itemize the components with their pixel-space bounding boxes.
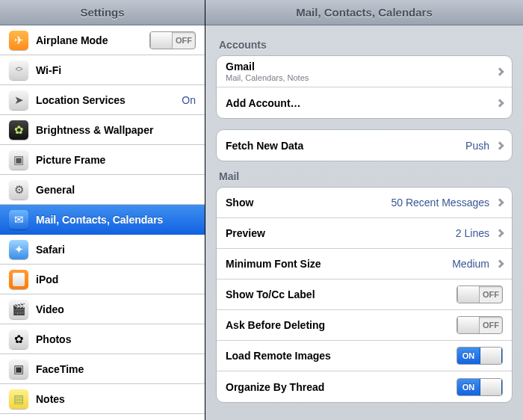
row-account-gmail[interactable]: GmailMail, Calendars, Notes (217, 56, 512, 87)
sidebar-item-label: Airplane Mode (36, 34, 149, 46)
location-icon: ➤ (9, 90, 28, 110)
row-value: 2 Lines (456, 227, 489, 239)
detail-pane: Mail, Contacts, Calendars AccountsGmailM… (205, 0, 523, 420)
sidebar-item-label: Mail, Contacts, Calendars (36, 214, 196, 226)
wifi-icon: ⌔ (9, 61, 28, 80)
section-group: Fetch New DataPush (216, 129, 513, 161)
row-title: Gmail (226, 61, 494, 72)
sidebar-item-label: Video (36, 303, 196, 315)
ipod-icon (9, 270, 28, 289)
detail-body: AccountsGmailMail, Calendars, NotesAdd A… (205, 25, 523, 420)
app-root: Settings ✈Airplane ModeOFF⌔Wi-Fi➤Locatio… (0, 0, 523, 420)
row-show[interactable]: Show50 Recent Messages (217, 188, 512, 218)
row-minimum-font-size[interactable]: Minimum Font SizeMedium (217, 249, 512, 280)
switch-knob (480, 348, 502, 364)
row-add-account[interactable]: Add Account… (217, 87, 512, 118)
row-value: Push (465, 140, 489, 152)
video-icon: 🎬 (9, 300, 28, 319)
detail-header: Mail, Contacts, Calendars (205, 0, 523, 25)
settings-sidebar: Settings ✈Airplane ModeOFF⌔Wi-Fi➤Locatio… (0, 0, 205, 420)
section-group: Show50 Recent MessagesPreview2 LinesMini… (216, 187, 513, 403)
chevron-right-icon (495, 99, 504, 107)
safari-icon: ✦ (9, 240, 28, 259)
switch-knob (480, 379, 502, 395)
picture-icon: ▣ (9, 150, 28, 170)
row-load-remote-images[interactable]: Load Remote ImagesON (217, 341, 512, 371)
sidebar-item-wifi[interactable]: ⌔Wi-Fi (0, 55, 205, 85)
mail-icon: ✉ (9, 210, 28, 229)
photos-icon: ✿ (9, 330, 28, 349)
sidebar-item-ipod[interactable]: iPod (0, 265, 205, 294)
sidebar-item-label: iPod (36, 274, 196, 285)
sidebar-item-photos[interactable]: ✿Photos (0, 324, 205, 354)
general-icon: ⚙ (9, 180, 28, 200)
row-show-to-cc-label[interactable]: Show To/Cc LabelOFF (217, 280, 512, 310)
section-label: Accounts (219, 39, 510, 51)
row-title: Ask Before Deleting (226, 319, 457, 331)
sidebar-title: Settings (80, 6, 124, 19)
sidebar-item-picture-frame[interactable]: ▣Picture Frame (0, 145, 205, 175)
chevron-right-icon (495, 198, 504, 206)
chevron-right-icon (495, 67, 504, 75)
section-group: GmailMail, Calendars, NotesAdd Account… (216, 55, 513, 119)
switch-text: OFF (480, 286, 502, 303)
chevron-right-icon (495, 229, 504, 237)
switch-text: ON (457, 348, 480, 364)
sidebar-item-label: Wi-Fi (36, 64, 196, 76)
sidebar-item-label: Notes (36, 393, 196, 405)
load-remote-images-switch[interactable]: ON (457, 347, 503, 365)
switch-knob (457, 317, 480, 333)
sidebar-item-label: Location Services (36, 94, 182, 106)
organize-by-thread-switch[interactable]: ON (457, 378, 503, 396)
chevron-right-icon (495, 259, 504, 268)
row-title: Add Account… (226, 97, 494, 109)
row-title: Load Remote Images (226, 350, 457, 362)
detail-title: Mail, Contacts, Calendars (296, 6, 433, 19)
sidebar-item-brightness-wallpaper[interactable]: ✿Brightness & Wallpaper (0, 115, 205, 145)
sidebar-item-general[interactable]: ⚙General (0, 175, 205, 205)
sidebar-list: ✈Airplane ModeOFF⌔Wi-Fi➤Location Service… (0, 25, 205, 420)
airplane-icon: ✈ (9, 31, 28, 50)
sidebar-item-label: FaceTime (36, 363, 196, 375)
sidebar-item-label: Photos (36, 333, 196, 345)
switch-text: OFF (173, 32, 195, 49)
sidebar-header: Settings (0, 0, 205, 25)
row-title: Show To/Cc Label (226, 288, 457, 300)
row-title: Fetch New Data (226, 140, 465, 152)
switch-knob (457, 286, 480, 303)
switch-text: ON (457, 379, 480, 395)
row-ask-before-deleting[interactable]: Ask Before DeletingOFF (217, 310, 512, 341)
sidebar-item-safari[interactable]: ✦Safari (0, 235, 205, 265)
sidebar-item-label: Picture Frame (36, 154, 196, 166)
row-fetch-new-data[interactable]: Fetch New DataPush (217, 130, 512, 161)
row-title: Organize By Thread (226, 381, 457, 393)
row-title: Preview (226, 227, 456, 239)
row-value: Medium (452, 258, 489, 270)
chevron-right-icon (495, 141, 504, 149)
row-title: Minimum Font Size (226, 258, 452, 270)
sidebar-item-label: Safari (36, 244, 196, 256)
airplane-mode-switch[interactable]: OFF (149, 31, 196, 49)
sidebar-item-mail-contacts-calendars[interactable]: ✉Mail, Contacts, Calendars (0, 205, 205, 235)
sidebar-item-label: Brightness & Wallpaper (36, 124, 196, 136)
section-label: Mail (219, 170, 510, 182)
row-value: 50 Recent Messages (391, 197, 489, 209)
row-preview[interactable]: Preview2 Lines (217, 218, 512, 249)
sidebar-item-video[interactable]: 🎬Video (0, 294, 205, 324)
switch-text: OFF (480, 317, 502, 333)
show-to-cc-label-switch[interactable]: OFF (457, 285, 503, 303)
row-subtitle: Mail, Calendars, Notes (226, 73, 494, 82)
switch-knob (150, 32, 173, 49)
sidebar-item-facetime[interactable]: ▣FaceTime (0, 354, 205, 384)
sidebar-item-value: On (182, 94, 196, 106)
notes-icon: ▤ (9, 389, 28, 409)
row-title: Show (226, 197, 391, 209)
sidebar-item-label: General (36, 184, 196, 196)
sidebar-item-notes[interactable]: ▤Notes (0, 384, 205, 414)
row-organize-by-thread[interactable]: Organize By ThreadON (217, 371, 512, 402)
sidebar-item-airplane-mode[interactable]: ✈Airplane ModeOFF (0, 25, 205, 55)
sidebar-item-location-services[interactable]: ➤Location ServicesOn (0, 85, 205, 115)
ask-before-deleting-switch[interactable]: OFF (457, 316, 503, 334)
facetime-icon: ▣ (9, 359, 28, 379)
brightness-icon: ✿ (9, 120, 28, 140)
